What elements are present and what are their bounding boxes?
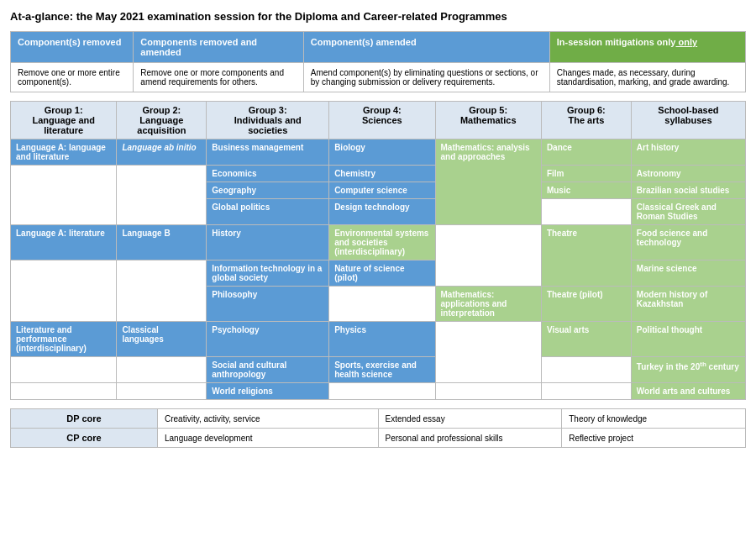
dp-core-label: DP core <box>11 409 158 429</box>
cell-g1-r6 <box>11 260 117 322</box>
cell-g4-r10 <box>329 383 435 400</box>
cell-g1-r8: Literature and performance (interdiscipl… <box>11 322 117 357</box>
cell-g4-r2: Chemistry <box>329 166 435 182</box>
group1-header: Group 1:Language andliterature <box>11 102 117 139</box>
cell-g6-r8: Visual arts <box>541 322 631 357</box>
legend-table: Component(s) removed Components removed … <box>10 31 746 92</box>
group4-header: Group 4:Sciences <box>329 102 435 139</box>
cell-gs-r3: Brazilian social studies <box>631 182 745 199</box>
group6-header: Group 6:The arts <box>541 102 631 139</box>
cell-g2-r1: Language ab initio <box>117 139 207 166</box>
cell-g3-r7: Philosophy <box>207 287 329 322</box>
cell-g2-r2 <box>117 166 207 225</box>
legend-header-3: Component(s) amended <box>303 32 549 63</box>
cell-g6-r1: Dance <box>541 139 631 166</box>
cell-gs-r4: Classical Greek and Roman Studies <box>631 199 745 225</box>
legend-desc-2: Remove one or more components and amend … <box>134 63 303 92</box>
cell-gs-r9: Turkey in the 20th century <box>631 357 745 383</box>
cell-g6-r7: Theatre (pilot) <box>541 287 631 322</box>
dp-core-item1: Creativity, activity, service <box>158 409 379 429</box>
cell-g1-r10 <box>11 383 117 400</box>
dp-core-item3: Theory of knowledge <box>562 409 746 429</box>
legend-desc-1: Remove one or more entire component(s). <box>11 63 134 92</box>
cell-g2-r10 <box>117 383 207 400</box>
cell-gs-r7: Modern history of Kazakhstan <box>631 287 745 322</box>
cell-gs-r5: Food science and technology <box>631 225 745 260</box>
cell-g3-r2: Economics <box>207 166 329 182</box>
cell-g4-r5: Environmental systems and societies (int… <box>329 225 435 260</box>
cp-core-label: CP core <box>11 429 158 448</box>
cell-g5-r7: Mathematics: applications and interpreta… <box>435 287 541 322</box>
cell-g3-r5: History <box>207 225 329 260</box>
cp-core-item3: Reflective project <box>562 429 746 448</box>
cell-g5-r10 <box>435 383 541 400</box>
cell-g4-r3: Computer science <box>329 182 435 199</box>
cell-g4-r7 <box>329 287 435 322</box>
table-row: Information technology in a global socie… <box>11 260 746 287</box>
cell-g4-r8: Physics <box>329 322 435 357</box>
cell-g6-r9 <box>541 357 631 383</box>
cell-g5-r1: Mathematics: analysis and approaches <box>435 139 541 225</box>
cell-g6-r10 <box>541 383 631 400</box>
legend-desc-3: Amend component(s) by eliminating questi… <box>303 63 549 92</box>
table-row: Economics Chemistry Film Astronomy <box>11 166 746 182</box>
cell-g2-r8: Classical languages <box>117 322 207 357</box>
page-title: At-a-glance: the May 2021 examination se… <box>10 10 746 23</box>
cell-g1-r9 <box>11 357 117 383</box>
group2-header: Group 2:Languageacquisition <box>117 102 207 139</box>
legend-header-1: Component(s) removed <box>11 32 134 63</box>
cell-g3-r10: World religions <box>207 383 329 400</box>
groupS-header: School-basedsyllabuses <box>631 102 745 139</box>
cell-g6-r2: Film <box>541 166 631 182</box>
cell-g1-r2 <box>11 166 117 225</box>
cell-g2-r6 <box>117 260 207 322</box>
cell-g5-r5 <box>435 225 541 287</box>
group5-header: Group 5:Mathematics <box>435 102 541 139</box>
dp-core-row: DP core Creativity, activity, service Ex… <box>11 409 746 429</box>
table-row: World religions World arts and cultures <box>11 383 746 400</box>
legend-desc-4: Changes made, as necessary, during stand… <box>549 63 745 92</box>
legend-header-2: Components removed and amended <box>134 32 303 63</box>
table-row: Language A: literature Language B Histor… <box>11 225 746 260</box>
group3-header: Group 3:Individuals andsocieties <box>207 102 329 139</box>
table-row: Literature and performance (interdiscipl… <box>11 322 746 357</box>
cell-g4-r6: Nature of science (pilot) <box>329 260 435 287</box>
dp-core-item2: Extended essay <box>378 409 562 429</box>
cell-g4-r4: Design technology <box>329 199 435 225</box>
cell-gs-r1: Art history <box>631 139 745 166</box>
cell-g2-r9 <box>117 357 207 383</box>
core-table: DP core Creativity, activity, service Ex… <box>10 408 746 448</box>
cell-gs-r8: Political thought <box>631 322 745 357</box>
cell-g3-r1: Business management <box>207 139 329 166</box>
cell-gs-r2: Astronomy <box>631 166 745 182</box>
cell-g5-r8 <box>435 322 541 383</box>
cell-g3-r9: Social and cultural anthropology <box>207 357 329 383</box>
cell-gs-r10: World arts and cultures <box>631 383 745 400</box>
cp-core-item2: Personal and professional skills <box>378 429 562 448</box>
cell-gs-r6: Marine science <box>631 260 745 287</box>
cell-g6-r4 <box>541 199 631 225</box>
cell-g4-r9: Sports, exercise and health science <box>329 357 435 383</box>
cell-g1-r1: Language A: language and literature <box>11 139 117 166</box>
cp-core-row: CP core Language development Personal an… <box>11 429 746 448</box>
cell-g6-r5: Theatre <box>541 225 631 287</box>
cp-core-item1: Language development <box>158 429 379 448</box>
legend-header-4: In-session mitigations only only <box>549 32 745 63</box>
table-row: Language A: language and literature Lang… <box>11 139 746 166</box>
cell-g3-r8: Psychology <box>207 322 329 357</box>
cell-g3-r3: Geography <box>207 182 329 199</box>
cell-g3-r4: Global politics <box>207 199 329 225</box>
cell-g2-r5: Language B <box>117 225 207 260</box>
cell-g4-r1: Biology <box>329 139 435 166</box>
main-subject-table: Group 1:Language andliterature Group 2:L… <box>10 101 746 400</box>
cell-g6-r3: Music <box>541 182 631 199</box>
cell-g1-r5: Language A: literature <box>11 225 117 260</box>
cell-g3-r6: Information technology in a global socie… <box>207 260 329 287</box>
table-row: Social and cultural anthropology Sports,… <box>11 357 746 383</box>
